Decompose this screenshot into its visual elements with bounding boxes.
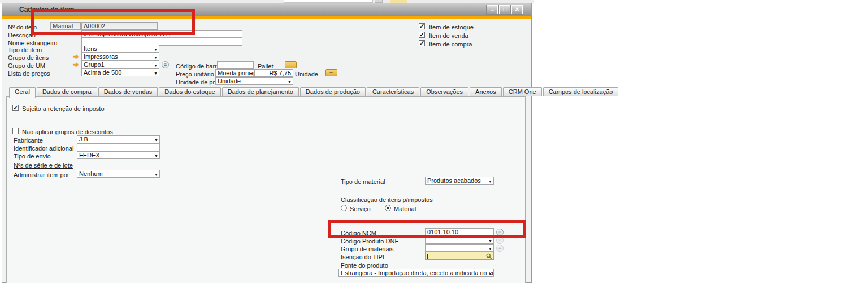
uom-list-icon[interactable]: ≡ [162,61,169,68]
check-icon: ✓ [13,104,18,112]
currency-value: Moeda princip [218,70,255,76]
product-source-value: Estrangeira - Importação direta, exceto … [341,269,494,276]
check-icon: ✓ [419,40,424,47]
shipping-type-label: Tipo de envio [14,153,51,160]
screen: Cadastro de item _ □ ✕ Nº do item Manual… [0,0,868,283]
chevron-down-icon: ▼ [488,178,492,185]
tab-dados-de-producao[interactable]: Dados de produção [300,87,366,96]
tipi-exemption-field[interactable] [425,252,494,260]
manufacturer-value: J.B. [79,136,90,143]
item-master-window: Cadastro de item _ □ ✕ Nº do item Manual… [2,3,532,283]
annotation-rect-item-number [31,9,195,35]
chevron-down-icon: ▼ [288,79,292,85]
material-group-label: Grupo de materiais [341,246,394,252]
chevron-down-icon: ▼ [154,137,158,143]
no-discount-groups-checkbox[interactable] [12,128,19,134]
magnifier-icon[interactable] [486,253,492,260]
foreign-name-label: Nome estrangeiro [8,40,57,46]
item-type-label: Tipo de item [8,46,42,53]
uom-group-value: Grupo1 [84,61,105,68]
tab-caracteristicas[interactable]: Características [367,87,419,96]
sales-item-checkbox[interactable]: ✓ [419,32,425,38]
product-source-combo[interactable]: Estrangeira - Importação direta, exceto … [338,269,494,277]
tab-anexos[interactable]: Anexos [470,87,502,96]
material-type-label: Tipo de material [341,178,385,185]
minimize-icon: _ [491,5,494,11]
serial-batch-section-header: Nºs de série e de lote [14,162,73,169]
ellipsis-icon: ... [329,68,334,74]
product-source-label: Fonte do produto [341,262,388,269]
item-type-value: Itens [84,45,97,52]
price-list-label: Lista de preços [8,70,50,77]
chevron-down-icon: ▼ [154,62,158,68]
tab-dados-de-planejamento[interactable]: Dados de planejamento [222,87,299,96]
annotation-rect-ncm-code [328,220,526,238]
chevron-down-icon: ▼ [154,153,158,159]
no-discount-groups-label: Não aplicar grupos de descontos [22,128,113,135]
service-radio[interactable] [341,205,347,211]
link-arrow-icon[interactable]: ➔ [73,53,79,60]
material-radio[interactable] [385,205,391,211]
tab-observacoes[interactable]: Observações [420,87,468,96]
purchase-item-checkbox[interactable]: ✓ [419,40,425,46]
tax-class-section-header: Classificação de itens p/impostos [341,196,433,203]
item-type-combo[interactable]: Itens ▼ [81,45,159,53]
purchase-item-label: Item de compra [429,41,472,48]
item-group-label: Grupo de itens [8,54,49,61]
ellipsis-icon: ... [289,61,293,66]
unit-text: Unidade [295,71,318,78]
material-group-combo[interactable]: ▼ [425,244,494,252]
close-icon: ✕ [515,6,519,12]
unit-price-label: Preço unitário [176,71,214,78]
barcode-field[interactable] [217,61,254,69]
manufacturer-combo[interactable]: J.B. ▼ [77,135,160,143]
maximize-icon: □ [503,6,506,12]
check-icon: ✓ [419,23,424,30]
service-radio-label: Serviço [350,205,371,212]
uom-group-combo[interactable]: Grupo1 ▼ [81,61,159,68]
tab-geral[interactable]: Geral [9,87,36,98]
tab-strip: Geral Dados de compra Dados de vendas Da… [9,87,618,98]
stock-item-label: Item de estoque [429,24,474,31]
tab-campos-de-localizacao[interactable]: Campos de localização [543,87,619,96]
manage-item-by-combo[interactable]: Nenhum ▼ [77,170,160,178]
item-group-value: Impressoras [84,53,118,60]
unit-price-field[interactable]: R$ 7,75 [255,69,293,77]
pallet-browse-button[interactable]: ... [285,61,297,68]
stock-item-checkbox[interactable]: ✓ [419,23,425,29]
tab-dados-de-compra[interactable]: Dados de compra [37,87,97,96]
tab-crm-one[interactable]: CRM One [503,87,542,96]
material-radio-label: Material [394,205,416,212]
item-group-combo[interactable]: Impressoras ▼ [81,53,159,61]
tab-dados-do-estoque[interactable]: Dados do estoque [159,87,220,96]
chevron-down-icon: ▼ [488,246,492,252]
material-type-combo[interactable]: Produtos acabados ▼ [425,177,494,185]
minimize-button[interactable]: _ [487,5,498,14]
shipping-type-value: FEDEX [79,152,100,158]
additional-id-label: Identificador adicional [14,145,73,152]
material-type-value: Produtos acabados [427,177,481,184]
price-unit-combo[interactable]: Unidade ▼ [215,77,293,85]
price-list-value: Acima de 500 [84,69,121,76]
withholding-tax-label: Sujeito a retenção de imposto [22,105,105,112]
shipping-type-combo[interactable]: FEDEX ▼ [77,151,160,159]
sales-item-label: Item de venda [429,32,468,39]
withholding-tax-checkbox[interactable]: ✓ [12,105,19,111]
close-button[interactable]: ✕ [511,5,523,14]
chevron-down-icon: ▼ [154,171,158,178]
chevron-down-icon: ▼ [488,238,492,244]
chevron-down-icon: ▼ [154,54,158,61]
dnf-product-code-label: Código Produto DNF [341,238,398,245]
check-icon: ✓ [419,31,424,38]
maximize-button[interactable]: □ [499,5,510,14]
unit-browse-button[interactable]: ... [326,69,337,76]
additional-id-field[interactable] [77,143,160,151]
price-unit-value: Unidade [218,78,241,84]
tab-dados-de-vendas[interactable]: Dados de vendas [98,87,158,96]
price-list-combo[interactable]: Acima de 500 ▼ [81,68,159,76]
currency-combo[interactable]: Moeda princip ▼ [215,69,255,77]
tipi-exemption-label: Isenção do TIPI [341,254,384,260]
link-arrow-icon[interactable]: ➔ [73,61,79,68]
chevron-down-icon: ▼ [154,46,158,53]
manufacturer-label: Fabricante [14,137,43,144]
